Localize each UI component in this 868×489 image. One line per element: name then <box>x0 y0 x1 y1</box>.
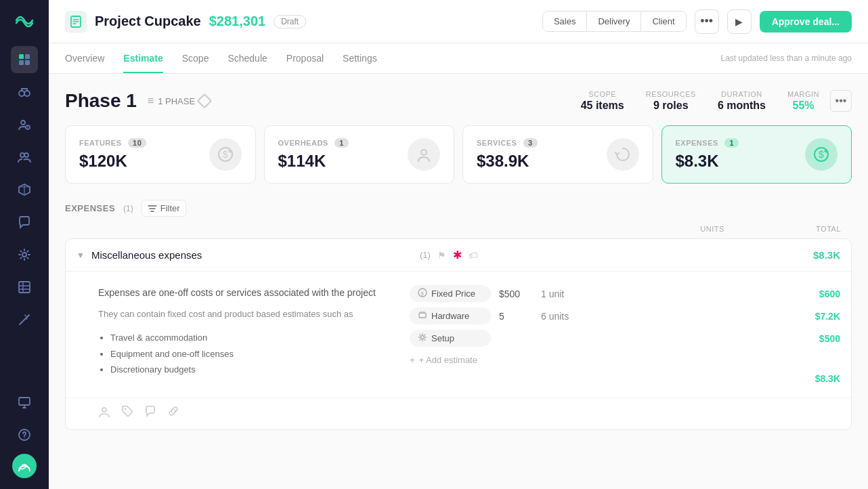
estimate-row-setup: Setup $500 <box>410 330 840 347</box>
expense-desc-text: Expenses are one-off costs or services a… <box>98 285 383 300</box>
phase-more-button[interactable]: ••• <box>830 90 852 112</box>
features-icon: $ <box>209 138 242 171</box>
svg-point-11 <box>22 253 26 257</box>
monitor-icon[interactable] <box>11 389 38 416</box>
estimate-row-hardware: Hardware 5 6 units $7.2K <box>410 307 840 324</box>
hardware-total: $7.2K <box>786 311 840 322</box>
fixed-price-value: $500 <box>499 289 533 299</box>
tab-scope[interactable]: Scope <box>182 43 209 73</box>
svg-point-25 <box>421 336 425 339</box>
expense-footer <box>66 398 851 429</box>
setup-tag[interactable]: Setup <box>410 330 491 347</box>
expand-button[interactable]: ▼ <box>77 251 85 260</box>
tab-settings[interactable]: Settings <box>343 43 377 73</box>
svg-text:$: $ <box>819 149 824 160</box>
sidebar: $ <box>0 0 49 489</box>
svg-rect-1 <box>25 54 30 59</box>
project-name: Project Cupcake <box>95 14 201 29</box>
tab-overview[interactable]: Overview <box>65 43 104 73</box>
services-card[interactable]: SERVICES 3 $38.9K <box>462 125 653 184</box>
svg-rect-24 <box>419 313 426 318</box>
estimates-grand-total: $8.3K <box>410 373 840 384</box>
link-footer-icon[interactable] <box>167 405 179 420</box>
apps-icon[interactable] <box>11 46 38 73</box>
expense-description: Expenses are one-off costs or services a… <box>98 285 383 384</box>
play-button[interactable]: ▶ <box>727 9 752 34</box>
star-icon[interactable]: ✱ <box>453 249 462 261</box>
setup-label: Setup <box>431 333 454 343</box>
status-badge: Draft <box>274 15 306 28</box>
box-icon[interactable] <box>11 176 38 203</box>
fixed-price-tag[interactable]: $ Fixed Price <box>410 285 491 302</box>
help-icon[interactable] <box>11 421 38 448</box>
binoculars-icon[interactable] <box>11 79 38 106</box>
phase-stats: SCOPE 45 items RESOURCES 9 roles DURATIO… <box>581 90 819 112</box>
person-money-icon[interactable]: $ <box>11 111 38 138</box>
svg-point-27 <box>125 408 127 410</box>
tab-estimate[interactable]: Estimate <box>123 43 162 73</box>
expense-desc-sub: They can contain fixed cost and product … <box>98 307 383 322</box>
phase-diamond-icon <box>197 93 213 109</box>
user-avatar[interactable] <box>12 454 37 478</box>
tab-schedule[interactable]: Schedule <box>227 43 267 73</box>
comment-footer-icon[interactable] <box>144 405 156 420</box>
svg-point-19 <box>421 150 427 155</box>
view-tabs: Sales Delivery Client <box>542 11 687 32</box>
fixed-price-units: 1 unit <box>541 289 595 299</box>
svg-rect-12 <box>19 282 30 293</box>
list-item: Travel & accommodation <box>110 330 383 345</box>
group-icon[interactable] <box>11 144 38 171</box>
flag-icon[interactable]: ⚑ <box>437 250 446 261</box>
group-total: $8.3K <box>813 249 840 261</box>
svg-point-5 <box>24 91 30 96</box>
svg-point-15 <box>24 438 25 439</box>
svg-rect-13 <box>19 398 30 405</box>
approve-deal-button[interactable]: Approve deal... <box>760 11 852 33</box>
svg-text:$: $ <box>27 125 29 129</box>
avatar-footer-icon[interactable] <box>98 405 110 420</box>
svg-point-10 <box>24 153 28 157</box>
app-logo[interactable] <box>12 11 37 35</box>
table-col-headers: UNITS TOTAL <box>65 225 852 238</box>
expenses-card[interactable]: EXPENSES 1 $8.3K $ <box>661 125 852 184</box>
group-name: Miscellaneous expenses <box>91 249 413 261</box>
expenses-section-header: EXPENSES (1) Filter <box>65 200 852 217</box>
estimate-row-fixed-price: $ Fixed Price $500 1 unit $600 <box>410 285 840 302</box>
project-amount: $281,301 <box>209 14 265 29</box>
tab-proposal[interactable]: Proposal <box>286 43 324 73</box>
more-options-button[interactable]: ••• <box>695 9 719 34</box>
stat-margin: MARGIN 55% <box>787 90 819 112</box>
hardware-tag[interactable]: Hardware <box>410 307 491 324</box>
wand-icon[interactable] <box>11 306 38 333</box>
settings-icon[interactable] <box>11 241 38 268</box>
svg-rect-3 <box>25 60 30 65</box>
project-icon <box>65 11 87 33</box>
features-card[interactable]: FEATURES 10 $120K $ <box>65 125 256 184</box>
table-icon[interactable] <box>11 274 38 301</box>
hardware-units: 6 units <box>541 311 595 322</box>
overheads-icon <box>408 138 440 171</box>
filter-button[interactable]: Filter <box>142 200 186 217</box>
tab-sales[interactable]: Sales <box>543 12 588 31</box>
main-content: Project Cupcake $281,301 Draft Sales Del… <box>49 0 868 489</box>
fixed-price-label: Fixed Price <box>431 289 475 299</box>
overheads-card[interactable]: OVERHEADS 1 $114K <box>264 125 455 184</box>
summary-cards: FEATURES 10 $120K $ OVERHEADS <box>65 125 852 184</box>
svg-point-9 <box>20 153 24 157</box>
phase-list-icon: ≡ <box>148 95 154 107</box>
expenses-title: EXPENSES <box>65 203 115 213</box>
tag-footer-icon[interactable] <box>121 405 133 420</box>
expense-detail: Expenses are one-off costs or services a… <box>66 272 851 398</box>
fixed-price-icon: $ <box>418 288 427 299</box>
tag-icon[interactable]: 🏷 <box>469 250 478 261</box>
chat-icon[interactable] <box>11 209 38 236</box>
services-icon <box>607 138 639 171</box>
last-updated-text: Last updated less than a minute ago <box>721 54 852 63</box>
svg-point-6 <box>21 121 25 125</box>
fixed-price-total: $600 <box>786 289 840 299</box>
stat-duration: DURATION 6 months <box>718 90 766 112</box>
tab-client[interactable]: Client <box>641 12 685 31</box>
list-item: Equipment and one-off licenses <box>110 346 383 362</box>
tab-delivery[interactable]: Delivery <box>587 12 641 31</box>
add-estimate-button[interactable]: + + Add estimate <box>410 352 840 368</box>
